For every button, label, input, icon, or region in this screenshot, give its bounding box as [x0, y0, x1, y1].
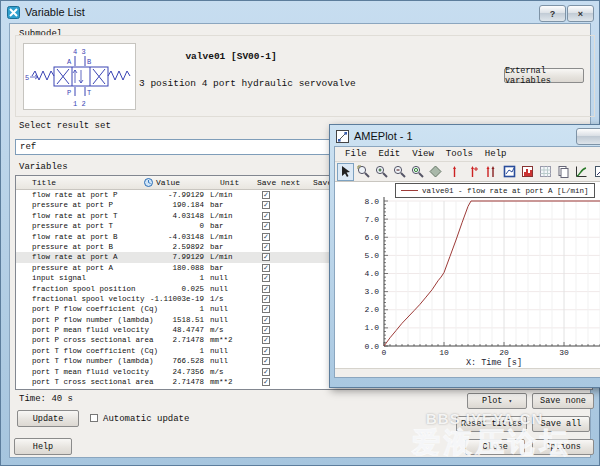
row-unit: bar: [210, 243, 224, 251]
time-label: Time: 40 s: [19, 394, 73, 404]
row-value: 1518.51: [96, 316, 204, 324]
variable-list-titlebar[interactable]: Variable List ? ×: [2, 2, 598, 22]
plot-button[interactable]: Plot ▾: [467, 393, 527, 409]
ameplot-window-title: AMEPlot - 1: [354, 130, 413, 142]
select-cursor-icon[interactable]: [337, 163, 354, 181]
row-value: -7.99129: [96, 191, 204, 199]
save-next-checkbox[interactable]: ✓: [262, 347, 270, 355]
marker-icon[interactable]: [446, 163, 463, 181]
svg-text:20: 20: [499, 348, 509, 357]
save-next-checkbox[interactable]: ✓: [262, 378, 270, 386]
row-unit: mm**2: [210, 336, 233, 344]
ameplot-body: File Edit View Tools Help 0.01.02.03.04.…: [334, 146, 600, 378]
header-value[interactable]: Value: [156, 178, 180, 187]
save-next-checkbox[interactable]: ✓: [262, 243, 270, 251]
header-title[interactable]: Title: [32, 178, 56, 187]
menu-file[interactable]: File: [339, 148, 373, 160]
save-all-button[interactable]: Save all: [532, 416, 590, 432]
save-next-checkbox[interactable]: ✓: [262, 201, 270, 209]
svg-text:10: 10: [439, 348, 449, 357]
row-unit: L/min: [210, 253, 233, 261]
save-next-checkbox[interactable]: ✓: [262, 295, 270, 303]
header-unit[interactable]: Unit: [220, 178, 239, 187]
curve-manager-icon[interactable]: [573, 163, 590, 181]
save-next-checkbox[interactable]: ✓: [262, 191, 270, 199]
help-button[interactable]: Help: [14, 438, 72, 455]
grid-icon[interactable]: [537, 163, 554, 181]
automatic-update-checkbox[interactable]: [90, 414, 98, 422]
save-next-checkbox[interactable]: ✓: [262, 326, 270, 334]
save-next-checkbox[interactable]: ✓: [262, 336, 270, 344]
plot-canvas[interactable]: 0.01.02.03.04.05.06.07.08.00102030X: Tim…: [335, 182, 600, 368]
save-next-checkbox[interactable]: ✓: [262, 316, 270, 324]
plot-settings-icon[interactable]: [592, 163, 600, 181]
row-value: 2.71478: [96, 336, 204, 344]
menu-edit[interactable]: Edit: [373, 148, 407, 160]
schematic-bottom-label: 1 2: [73, 100, 86, 108]
save-next-checkbox[interactable]: ✓: [262, 368, 270, 376]
row-unit: L/min: [210, 212, 233, 220]
row-unit: null: [210, 305, 228, 313]
zoom-in-icon[interactable]: [373, 163, 390, 181]
row-value: 0.025: [96, 285, 204, 293]
update-button[interactable]: Update: [17, 410, 79, 427]
svg-text:30: 30: [559, 348, 569, 357]
save-next-checkbox[interactable]: ✓: [262, 285, 270, 293]
options-button[interactable]: Options: [532, 439, 594, 455]
save-next-checkbox[interactable]: ✓: [262, 222, 270, 230]
zoom-out-icon[interactable]: [391, 163, 408, 181]
markers-pair-icon[interactable]: [482, 163, 499, 181]
reset-titles-button[interactable]: Reset titles: [456, 416, 527, 432]
save-next-checkbox[interactable]: ✓: [262, 253, 270, 261]
zoom-region-icon[interactable]: [355, 163, 372, 181]
row-value: 1: [96, 274, 204, 282]
plot-legend[interactable]: valve01 - flow rate at port A [L/min]: [395, 183, 595, 198]
row-value: 180.088: [96, 264, 204, 272]
save-none-button[interactable]: Save none: [532, 393, 594, 409]
svg-text:2.0: 2.0: [365, 305, 380, 314]
result-set-label: Select result set: [19, 121, 111, 131]
help-titlebar-button[interactable]: ?: [539, 5, 566, 22]
row-unit: null: [210, 357, 228, 365]
schematic-port-t: T: [87, 89, 91, 97]
copy-page-icon[interactable]: [555, 163, 572, 181]
minimize-button[interactable]: [576, 128, 600, 145]
result-set-value: ref: [20, 142, 36, 152]
svg-text:1.0: 1.0: [365, 323, 380, 332]
close-button[interactable]: Close: [465, 439, 525, 455]
marker-add-icon[interactable]: [464, 163, 481, 181]
row-value: 2.59892: [96, 243, 204, 251]
save-next-checkbox[interactable]: ✓: [262, 212, 270, 220]
save-next-checkbox[interactable]: ✓: [262, 233, 270, 241]
save-next-checkbox[interactable]: ✓: [262, 264, 270, 272]
row-value: 48.4747: [96, 326, 204, 334]
svg-text:8.0: 8.0: [365, 197, 380, 206]
servovalve-schematic: 4 3 A B 5 P T 1 2: [23, 43, 136, 110]
save-next-checkbox[interactable]: ✓: [262, 274, 270, 282]
save-next-checkbox[interactable]: ✓: [262, 305, 270, 313]
schematic-port-a: A: [67, 58, 72, 66]
zoom-fit-icon[interactable]: [409, 163, 426, 181]
row-unit: bar: [210, 201, 224, 209]
external-variables-button[interactable]: External variables: [504, 68, 584, 83]
svg-text:X: Time [s]: X: Time [s]: [466, 358, 522, 368]
save-next-checkbox[interactable]: ✓: [262, 357, 270, 365]
chevron-down-icon: ▾: [508, 397, 512, 405]
variables-label: Variables: [19, 162, 68, 172]
ameplot-statusbar: [335, 368, 600, 377]
row-value: 766.528: [96, 357, 204, 365]
row-unit: bar: [210, 264, 224, 272]
menu-tools[interactable]: Tools: [440, 148, 479, 160]
menu-view[interactable]: View: [406, 148, 440, 160]
row-unit: 1/s: [210, 295, 224, 303]
pan-icon[interactable]: [427, 163, 444, 181]
menu-help[interactable]: Help: [479, 148, 513, 160]
new-plot-icon[interactable]: [501, 163, 518, 181]
svg-text:0.0: 0.0: [365, 342, 380, 351]
close-icon[interactable]: ×: [567, 5, 594, 22]
histogram-icon[interactable]: [519, 163, 536, 181]
row-unit: L/min: [210, 191, 233, 199]
row-value: 24.7356: [96, 368, 204, 376]
ameplot-titlebar[interactable]: AMEPlot - 1: [331, 126, 600, 146]
header-save-next[interactable]: Save next: [257, 178, 300, 187]
